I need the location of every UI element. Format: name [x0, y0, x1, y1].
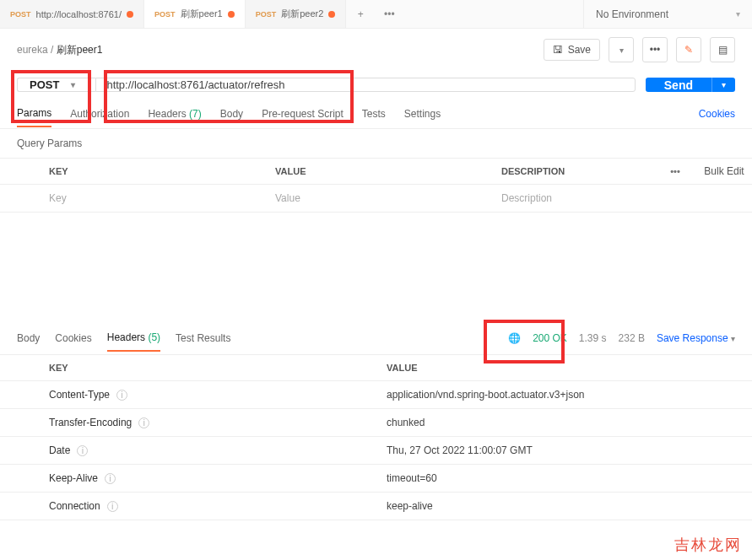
response-header-row: Connection ikeep-alive — [0, 493, 752, 520]
environment-label: No Environment — [596, 8, 668, 20]
headers-count: (7) — [189, 108, 202, 120]
pencil-icon: ✎ — [684, 44, 693, 56]
tab-label: 刷新peer2 — [281, 8, 323, 20]
col-more-button[interactable]: ••• — [654, 166, 696, 176]
comments-button[interactable]: ▤ — [710, 37, 735, 62]
description-input[interactable]: Description — [501, 192, 752, 204]
response-header-row: Content-Type iapplication/vnd.spring-boo… — [0, 381, 752, 409]
method-label: POST — [30, 78, 59, 91]
params-table-head: KEY VALUE DESCRIPTION ••• Bulk Edit — [0, 158, 752, 185]
resp-col-key: KEY — [49, 363, 387, 373]
tab-headers[interactable]: Headers (7) — [148, 101, 201, 127]
tab-label: http://localhost:8761/ — [36, 9, 122, 19]
tab-request-0[interactable]: POST http://localhost:8761/ — [0, 0, 144, 28]
response-headers-head: KEY VALUE — [0, 354, 752, 381]
resp-headers-count: (5) — [148, 331, 160, 343]
tab-prerequest[interactable]: Pre-request Script — [262, 101, 344, 127]
method-badge: POST — [256, 10, 277, 19]
tab-tests[interactable]: Tests — [362, 101, 386, 127]
response-header-key: Connection i — [49, 500, 387, 512]
chevron-down-icon: ▾ — [736, 9, 740, 19]
method-selector[interactable]: POST ▾ — [17, 78, 95, 92]
more-actions-button[interactable]: ••• — [642, 37, 668, 62]
method-badge: POST — [154, 10, 176, 19]
value-input[interactable]: Value — [275, 192, 501, 204]
save-response-label: Save Response — [657, 332, 728, 344]
save-icon: 🖫 — [553, 44, 563, 56]
response-header-value: timeout=60 — [387, 472, 752, 484]
tab-request-2[interactable]: POST 刷新peer2 — [246, 0, 347, 28]
globe-icon[interactable]: 🌐 — [508, 332, 521, 344]
col-key: KEY — [49, 166, 275, 176]
response-header-row: Keep-Alive itimeout=60 — [0, 465, 752, 493]
save-response-button[interactable]: Save Response ▾ — [657, 332, 735, 344]
tab-bar: POST http://localhost:8761/ POST 刷新peer1… — [0, 0, 752, 29]
chevron-down-icon: ▾ — [71, 80, 75, 89]
request-tabs: Params Authorization Headers (7) Body Pr… — [0, 99, 752, 129]
key-input[interactable]: Key — [49, 192, 275, 204]
url-input[interactable]: http://localhost:8761/actuator/refresh — [95, 78, 635, 92]
dirty-dot-icon — [127, 11, 133, 18]
status-code[interactable]: 200 OK — [533, 332, 567, 344]
status-meta: 🌐 200 OK 1.39 s 232 B Save Response ▾ — [508, 332, 735, 344]
response-tabs: Body Cookies Headers (5) Test Results 🌐 … — [0, 322, 752, 354]
status-time[interactable]: 1.39 s — [579, 332, 607, 344]
query-params-title: Query Params — [0, 129, 752, 158]
response-header-value: chunked — [387, 417, 752, 428]
info-icon[interactable]: i — [77, 445, 88, 456]
breadcrumb: eureka / 刷新peer1 — [17, 43, 102, 57]
info-icon[interactable]: i — [107, 501, 118, 512]
response-header-row: Transfer-Encoding ichunked — [0, 409, 752, 437]
response-header-key: Transfer-Encoding i — [49, 417, 387, 428]
cookies-link[interactable]: Cookies — [699, 108, 735, 120]
response-header-value: Thu, 27 Oct 2022 11:00:07 GMT — [387, 444, 752, 456]
environment-selector[interactable]: No Environment ▾ — [583, 0, 752, 28]
breadcrumb-sep: / — [51, 44, 53, 56]
info-icon[interactable]: i — [116, 390, 127, 401]
method-badge: POST — [10, 10, 31, 19]
tab-overflow-button[interactable]: ••• — [375, 8, 403, 20]
send-button[interactable]: Send — [646, 78, 711, 92]
tab-params[interactable]: Params — [17, 100, 51, 127]
dirty-dot-icon — [328, 11, 335, 18]
dirty-dot-icon — [228, 11, 235, 18]
info-icon[interactable]: i — [138, 417, 149, 428]
resptab-body[interactable]: Body — [17, 326, 40, 351]
response-headers-body: Content-Type iapplication/vnd.spring-boo… — [0, 381, 752, 520]
response-header-key: Date i — [49, 444, 387, 456]
chevron-down-icon: ▾ — [619, 46, 624, 55]
resptab-cookies[interactable]: Cookies — [55, 326, 91, 351]
send-dropdown-button[interactable]: ▾ — [711, 78, 735, 92]
response-header-key: Keep-Alive i — [49, 472, 387, 484]
comment-icon: ▤ — [718, 44, 728, 56]
status-size[interactable]: 232 B — [619, 332, 645, 344]
resptab-headers-label: Headers — [107, 331, 145, 343]
resptab-testresults[interactable]: Test Results — [176, 326, 230, 351]
request-header: eureka / 刷新peer1 🖫 Save ▾ ••• ✎ ▤ — [0, 29, 752, 71]
tab-request-1[interactable]: POST 刷新peer1 — [144, 0, 246, 28]
resptab-headers[interactable]: Headers (5) — [107, 325, 160, 352]
save-button[interactable]: 🖫 Save — [544, 39, 600, 61]
col-value: VALUE — [275, 166, 501, 176]
response-header-value: keep-alive — [387, 500, 752, 512]
chevron-down-icon: ▾ — [731, 334, 735, 343]
tab-headers-label: Headers — [148, 108, 186, 120]
request-url-row: POST ▾ http://localhost:8761/actuator/re… — [0, 71, 752, 99]
send-group: Send ▾ — [646, 78, 735, 92]
response-header-key: Content-Type i — [49, 389, 387, 401]
tab-settings[interactable]: Settings — [404, 101, 441, 127]
params-empty-row[interactable]: Key Value Description — [0, 185, 752, 213]
breadcrumb-root[interactable]: eureka — [17, 44, 48, 56]
save-dropdown-button[interactable]: ▾ — [609, 37, 634, 62]
add-tab-button[interactable]: + — [346, 8, 375, 20]
tab-authorization[interactable]: Authorization — [70, 101, 129, 127]
resp-col-value: VALUE — [387, 363, 752, 373]
info-icon[interactable]: i — [105, 473, 116, 484]
bulk-edit-button[interactable]: Bulk Edit — [696, 165, 752, 177]
tab-body[interactable]: Body — [220, 101, 243, 127]
edit-button[interactable]: ✎ — [676, 37, 701, 62]
response-header-row: Date iThu, 27 Oct 2022 11:00:07 GMT — [0, 437, 752, 465]
breadcrumb-current: 刷新peer1 — [57, 44, 103, 56]
tab-label: 刷新peer1 — [181, 8, 223, 20]
save-label: Save — [568, 44, 591, 56]
